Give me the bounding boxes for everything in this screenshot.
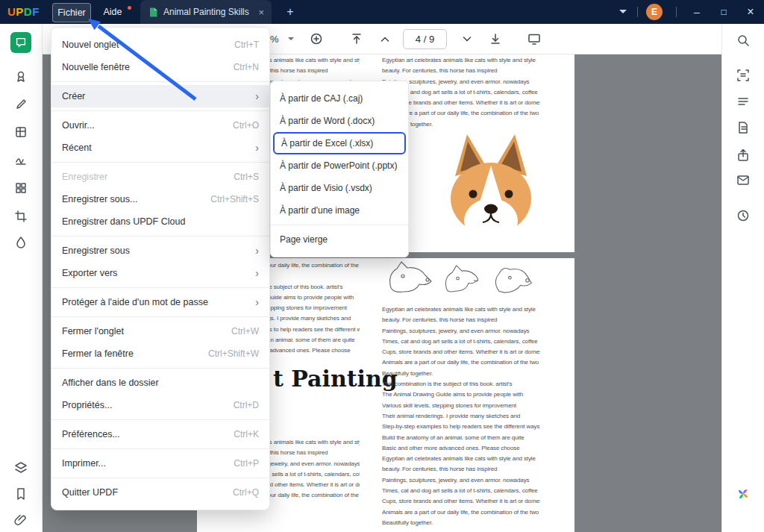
- text-line: Animals are a part of our daily life, th…: [382, 357, 540, 368]
- menu-item-quitter-updf[interactable]: Quitter UPDF Ctrl+Q: [51, 481, 269, 504]
- text-line: Paintings, sculptures, jewelry, and even…: [382, 475, 540, 486]
- ai-assistant-icon[interactable]: [734, 485, 752, 503]
- menu-item-proteger-mot-de-passe[interactable]: Protéger à l'aide d'un mot de passe ›: [51, 291, 269, 313]
- text-line: beauty. For centuries, this horse has in…: [382, 315, 540, 325]
- previous-page-icon[interactable]: [376, 30, 394, 48]
- menu-item-enregistrer-sous[interactable]: Enregistrer sous ›: [51, 240, 269, 262]
- menu-item-exporter-vers[interactable]: Exporter vers ›: [51, 262, 269, 284]
- updf-logo: UPDF: [7, 5, 40, 18]
- page-indicator[interactable]: 4 / 9: [403, 29, 447, 49]
- document-page-icon[interactable]: [734, 119, 752, 137]
- titlebar-divider: [676, 7, 677, 17]
- menu-separator: [51, 419, 269, 420]
- right-tool-sidebar: [721, 24, 764, 532]
- menu-item-enregistrer: Enregistrer Ctrl+S: [51, 166, 269, 188]
- submenu-item-page-vierge[interactable]: Page vierge: [271, 228, 408, 251]
- layers-icon[interactable]: [12, 459, 30, 477]
- share-icon[interactable]: [734, 146, 752, 164]
- text-line: Egyptian art celebrates animals like cat…: [382, 55, 540, 66]
- aide-menu-button[interactable]: Aide: [97, 3, 128, 21]
- user-avatar[interactable]: E: [646, 4, 663, 20]
- submenu-item-caj[interactable]: À partir de CAJ (.caj): [271, 87, 408, 110]
- text-line: Their animal renderings. I provide many …: [382, 411, 540, 422]
- updf-app-window: { "titlebar": { "logo": {"u": "U", "p": …: [0, 0, 764, 532]
- text-line: Egyptian art celebrates animals like cat…: [382, 454, 540, 464]
- menu-item-recent[interactable]: Récent ›: [51, 137, 269, 159]
- mail-icon[interactable]: [734, 171, 752, 189]
- edit-icon[interactable]: [12, 96, 30, 113]
- search-icon[interactable]: [734, 31, 752, 49]
- aide-notification-dot: [128, 6, 131, 10]
- menu-separator: [51, 316, 269, 317]
- menu-item-afficher-dossier[interactable]: Afficher dans le dossier: [51, 372, 269, 394]
- menu-item-enregistrer-sous-dialog[interactable]: Enregistrer sous... Ctrl+Shift+S: [51, 188, 269, 210]
- chevron-down-icon[interactable]: [619, 10, 627, 13]
- attachment-icon[interactable]: [12, 511, 30, 529]
- menu-item-creer[interactable]: Créer ›: [51, 85, 269, 107]
- text-line: Basic and other more advanced ones. Plea…: [382, 443, 540, 454]
- creer-submenu: À partir de CAJ (.caj) À partir de Word …: [270, 81, 409, 257]
- bookmark-icon[interactable]: [12, 485, 30, 503]
- history-icon[interactable]: [734, 207, 752, 225]
- chevron-right-icon: ›: [255, 268, 259, 278]
- submenu-item-excel-selected[interactable]: À partir de Excel (.xlsx): [273, 132, 406, 154]
- submenu-item-powerpoint[interactable]: À partir de PowerPoint (.pptx): [271, 154, 408, 177]
- stamp-icon[interactable]: [12, 68, 30, 86]
- submenu-item-visio[interactable]: À partir de Visio (.vsdx): [271, 177, 408, 199]
- submenu-item-image[interactable]: À partir d'une image: [271, 199, 408, 222]
- zoom-percent-label[interactable]: %: [270, 34, 279, 45]
- menu-item-ouvrir[interactable]: Ouvrir... Ctrl+O: [51, 114, 269, 137]
- menu-separator: [51, 448, 269, 449]
- fichier-menu-button[interactable]: Fichier: [52, 3, 91, 22]
- signature-icon[interactable]: [12, 151, 30, 169]
- menu-item-nouvelle-fenetre[interactable]: Nouvelle fenêtre Ctrl+N: [51, 56, 269, 78]
- last-page-icon[interactable]: [486, 30, 504, 48]
- menu-item-enregistrer-updf-cloud[interactable]: Enregistrer dans UPDF Cloud: [51, 210, 269, 233]
- new-tab-button[interactable]: +: [282, 4, 298, 20]
- minimize-button[interactable]: –: [685, 0, 709, 24]
- logo-letter: F: [32, 5, 40, 18]
- menu-item-fermer-fenetre[interactable]: Fermer la fenêtre Ctrl+Shift+W: [51, 342, 269, 365]
- menu-item-proprietes[interactable]: Propriétés... Ctrl+D: [51, 394, 269, 416]
- document-title-fragment: t Painting: [273, 366, 398, 392]
- zoom-dropdown-chevron-icon[interactable]: [288, 37, 294, 40]
- zoom-in-icon[interactable]: [307, 30, 325, 48]
- text-line: Cups, store brands and other items. Whet…: [382, 496, 540, 507]
- dog-sketch-1: [385, 260, 433, 298]
- text-line: Step-by-step examples to help readers se…: [382, 422, 540, 432]
- text-line: Animals are a part of our daily life, th…: [382, 507, 540, 518]
- crop-icon[interactable]: [12, 207, 30, 225]
- titlebar: UPDF Fichier Aide Animal Painting Skills…: [0, 0, 764, 24]
- organize-pages-icon[interactable]: [12, 179, 30, 197]
- text-line: The Animal Drawing Guide aims to provide…: [382, 389, 540, 400]
- text-reader-icon[interactable]: [734, 93, 752, 111]
- form-icon[interactable]: [12, 123, 30, 141]
- first-page-icon[interactable]: [348, 30, 366, 48]
- annotate-tool-active[interactable]: [10, 32, 31, 53]
- text-line: Cups, store brands and other items. Whet…: [382, 347, 540, 357]
- watermark-icon[interactable]: [12, 234, 30, 251]
- chevron-right-icon: ›: [255, 91, 259, 101]
- presentation-mode-icon[interactable]: [525, 30, 543, 48]
- menu-item-preferences[interactable]: Préférences... Ctrl+K: [51, 423, 269, 445]
- tab-close-icon[interactable]: ×: [258, 7, 264, 18]
- close-window-button[interactable]: ×: [739, 0, 763, 24]
- document-tab[interactable]: Animal Painting Skills ×: [140, 0, 272, 24]
- submenu-item-word[interactable]: À partir de Word (.docx): [271, 110, 408, 132]
- titlebar-divider: [637, 7, 638, 17]
- menu-item-imprimer[interactable]: Imprimer... Ctrl+P: [51, 452, 269, 475]
- document-tab-icon: [149, 7, 157, 17]
- text-line: beauty. For centuries, this horse has in…: [382, 66, 540, 76]
- text-line: Beautifully together.: [382, 369, 540, 379]
- next-page-icon[interactable]: [458, 30, 476, 48]
- maximize-button[interactable]: □: [712, 0, 736, 24]
- menu-item-nouvel-onglet[interactable]: Nouvel onglet Ctrl+T: [51, 34, 269, 56]
- text-column: Egyptian art celebrates animals like cat…: [382, 304, 540, 532]
- text-line: Beautifully together.: [382, 518, 540, 528]
- menu-item-fermer-onglet[interactable]: Fermer l'onglet Ctrl+W: [51, 320, 269, 342]
- logo-letter: P: [16, 5, 24, 18]
- text-line: Times, cat and dog art sells a lot of t-…: [382, 337, 540, 347]
- ocr-icon[interactable]: [734, 66, 752, 84]
- menu-separator: [51, 81, 269, 82]
- text-line: This combination is the subject of this …: [382, 379, 540, 389]
